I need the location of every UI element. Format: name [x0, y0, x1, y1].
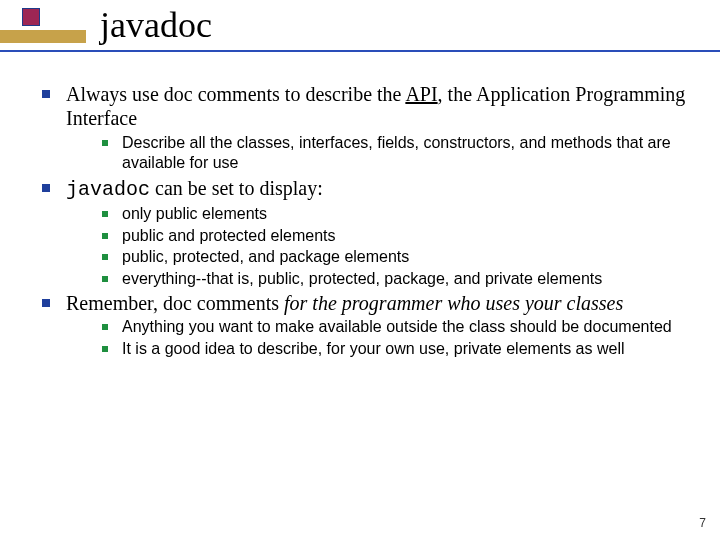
- sub-bullet: only public elements: [96, 204, 692, 224]
- text-fragment: Always use doc comments to describe the: [66, 83, 405, 105]
- bullet-text: Remember, doc comments for the programme…: [66, 292, 623, 314]
- content-body: Always use doc comments to describe the …: [36, 82, 692, 361]
- text-fragment: Remember, doc comments: [66, 292, 284, 314]
- slide: { "title": "javadoc", "bullets": [ { "pr…: [0, 0, 720, 540]
- bullet-text: javadoc can be set to display:: [66, 177, 323, 199]
- sub-bullet: public, protected, and package elements: [96, 247, 692, 267]
- sub-bullet: everything--that is, public, protected, …: [96, 269, 692, 289]
- bullet-remember: Remember, doc comments for the programme…: [36, 291, 692, 359]
- api-link[interactable]: API: [405, 83, 437, 105]
- text-fragment: can be set to display:: [150, 177, 323, 199]
- page-title: javadoc: [100, 4, 212, 46]
- sub-bullet: public and protected elements: [96, 226, 692, 246]
- sub-bullet-text: It is a good idea to describe, for your …: [122, 340, 624, 357]
- sub-bullet: Anything you want to make available outs…: [96, 317, 692, 337]
- sub-bullet: Describe all the classes, interfaces, fi…: [96, 133, 692, 174]
- sub-bullet: It is a good idea to describe, for your …: [96, 339, 692, 359]
- sub-bullet-text: public and protected elements: [122, 227, 335, 244]
- sub-bullet-text: only public elements: [122, 205, 267, 222]
- sub-bullet-text: public, protected, and package elements: [122, 248, 409, 265]
- sub-bullet-text: everything--that is, public, protected, …: [122, 270, 602, 287]
- page-number: 7: [699, 516, 706, 530]
- code-fragment: javadoc: [66, 178, 150, 201]
- sub-bullet-text: Describe all the classes, interfaces, fi…: [122, 134, 671, 171]
- italic-fragment: for the programmer who uses your classes: [284, 292, 623, 314]
- deco-square-icon: [22, 8, 40, 26]
- sub-bullet-text: Anything you want to make available outs…: [122, 318, 672, 335]
- deco-blue-rule: [0, 50, 720, 52]
- bullet-api: Always use doc comments to describe the …: [36, 82, 692, 174]
- bullet-text: Always use doc comments to describe the …: [66, 83, 685, 129]
- bullet-javadoc-display: javadoc can be set to display: only publ…: [36, 176, 692, 289]
- deco-gold-bar: [0, 30, 86, 43]
